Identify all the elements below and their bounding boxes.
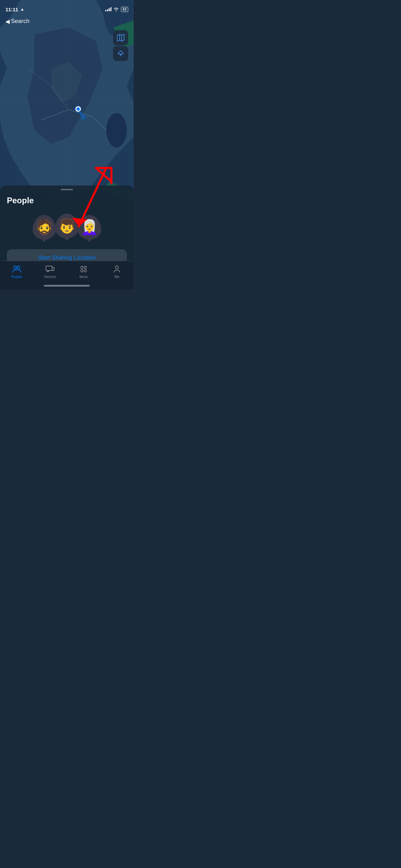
- tab-me[interactable]: Me: [100, 264, 134, 279]
- back-label: Search: [11, 18, 29, 25]
- map-icon: [117, 34, 124, 41]
- tab-items[interactable]: Items: [67, 264, 100, 279]
- contact-avatar-2[interactable]: 👦: [55, 214, 78, 238]
- tab-people-label: People: [11, 275, 22, 279]
- items-tab-icon: [79, 264, 88, 274]
- svg-point-21: [84, 270, 86, 272]
- svg-point-18: [81, 266, 83, 269]
- status-time: 11:11: [5, 7, 18, 12]
- tab-items-label: Items: [80, 275, 88, 279]
- location-arrow-icon: [117, 50, 124, 57]
- contacts-avatars: 🧔 👦 👩‍🦳: [7, 214, 127, 241]
- svg-point-19: [84, 266, 86, 269]
- wifi-icon: [113, 7, 119, 11]
- map-controls: [113, 30, 128, 61]
- tab-me-label: Me: [114, 275, 119, 279]
- svg-rect-14: [46, 266, 52, 270]
- svg-rect-15: [52, 267, 54, 270]
- svg-point-13: [17, 266, 20, 269]
- battery-icon: 63: [121, 7, 128, 12]
- tab-devices[interactable]: Devices: [34, 264, 67, 279]
- map-view[interactable]: [0, 0, 134, 199]
- contact-avatar-3[interactable]: 👩‍🦳: [78, 215, 101, 240]
- status-bar: 11:11 ▲ 63: [0, 0, 134, 15]
- user-location-dot: [75, 106, 82, 113]
- tab-devices-label: Devices: [44, 275, 56, 279]
- back-chevron-icon: ◀: [5, 18, 10, 25]
- svg-point-22: [116, 266, 119, 269]
- status-left: 11:11 ▲: [5, 7, 24, 12]
- back-button[interactable]: ◀ Search: [5, 18, 29, 25]
- location-arrow-icon: ▲: [20, 7, 24, 12]
- share-location-label: Start Sharing Location: [38, 254, 96, 261]
- contact-avatar-1[interactable]: 🧔: [33, 215, 56, 240]
- status-right: 63: [105, 7, 128, 12]
- people-tab-icon: [12, 264, 21, 274]
- signal-strength-icon: [105, 7, 111, 11]
- home-indicator: [44, 285, 90, 287]
- svg-point-20: [81, 270, 83, 272]
- me-tab-icon: [113, 264, 121, 274]
- map-type-button[interactable]: [113, 30, 128, 45]
- bottom-sheet: People 🧔 👦 👩‍🦳 Start Sharing Location: [0, 185, 134, 261]
- svg-point-1: [106, 113, 127, 147]
- devices-tab-icon: [46, 264, 54, 274]
- svg-point-12: [14, 266, 16, 269]
- section-title: People: [7, 196, 127, 205]
- sheet-handle: [61, 189, 73, 190]
- my-location-button[interactable]: [113, 46, 128, 61]
- tab-people[interactable]: People: [0, 264, 34, 279]
